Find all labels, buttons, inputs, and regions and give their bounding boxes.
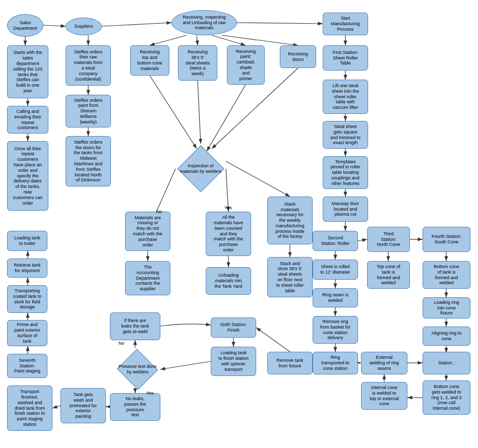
node-fourth_station_south_cone: Fourth Station: South Cone <box>423 227 470 252</box>
node-ring_seam_welded: Ring seam is welded <box>313 288 358 307</box>
node-loading_tank_trailer: Loading tank to trailer <box>7 231 47 251</box>
node-retrieve_tank: Retrieve tank for shipment <box>7 259 47 278</box>
svg-line-11 <box>197 35 198 45</box>
node-steffes_orders_doors: Steffes orders the doors for the tanks f… <box>66 136 111 186</box>
arrow-label: No <box>156 209 162 214</box>
node-receiving_38x5: Receiving 38'x 5' steal sheets (twice a … <box>178 45 217 81</box>
node-second_station_roller: Second Station: Roller <box>313 231 358 251</box>
svg-line-1 <box>43 25 66 26</box>
node-inspection_diamond: Inspection of materials by welders <box>175 144 226 194</box>
svg-line-16 <box>207 85 246 151</box>
node-starts_with_sales: Starts with the sales department selling… <box>7 45 48 98</box>
node-sixth_station_finish: Sixth Station: Finish <box>211 317 256 338</box>
svg-line-3 <box>237 23 323 24</box>
node-lift_steal_sheet: Lift one steal sheet into the sheet roll… <box>323 80 368 114</box>
node-no_leaks_passes: No leaks, passes the pressure test <box>110 393 160 421</box>
node-ring_transported: Ring transported to cone station <box>313 352 358 374</box>
arrow-label: Yes <box>146 391 154 396</box>
svg-line-48 <box>160 361 211 369</box>
node-transport_finished: Transport finished, washed and dried tan… <box>7 386 52 431</box>
node-sales_dept: Sales Department <box>7 14 43 37</box>
node-bottom_cone_welded: Bottom cone gets welded to ring 1, 2, an… <box>423 380 470 415</box>
svg-line-2 <box>102 23 171 26</box>
node-sheet_rolled_12: Sheet is rolled to 12' diameter <box>313 260 358 280</box>
node-receiving_doors: Receiving doors <box>280 45 316 68</box>
arrow-label: Yes <box>224 205 232 210</box>
node-steal_sheet_square: Steal sheet gets square and trimmed to e… <box>323 121 368 149</box>
node-first_station: First Station: Sheet Roller Table <box>323 45 368 71</box>
node-receiving_paint: Receiving paint: carlsbad, shade and pri… <box>227 45 265 85</box>
node-receiving_inspect: Receiving, Inspecting and Unloading of r… <box>171 10 237 35</box>
node-remove_tank_fixture: Remove tank from fixture <box>267 352 313 374</box>
node-all_materials_counted: All the materials have been counted and … <box>206 212 251 256</box>
node-bottom_cone_formed: Bottom cone of tank is formed and welded <box>423 261 470 289</box>
svg-line-46 <box>256 328 290 352</box>
node-tank_gets_wash: Tank gets wash and pretreated for exteri… <box>61 388 106 423</box>
node-external_welding: External welding of ring seams <box>361 352 407 374</box>
node-calling_emailing: Calling and emailing their repeat custom… <box>7 106 48 134</box>
node-templates_pinned: Templates pinned to roller table locatin… <box>323 156 368 189</box>
node-steffes_orders_paint: Steffes orders paint from Sherwin Willia… <box>66 95 111 127</box>
node-materials_missing: Materials are missing or they do not mat… <box>125 212 170 251</box>
svg-line-13 <box>222 35 298 45</box>
svg-line-52 <box>52 406 61 408</box>
node-remove_ring_basket: Remove ring from basket for cone station… <box>313 316 358 344</box>
svg-line-42 <box>226 161 290 197</box>
node-internal_cone_welded: Internal cone is welded to top or extern… <box>361 382 407 410</box>
node-suppliers: Suppliers <box>66 18 102 35</box>
node-start_mfg: Start Manufacturing Process <box>323 13 368 35</box>
flowchart-container: Sales DepartmentSuppliersReceiving, Insp… <box>0 0 478 448</box>
svg-line-15 <box>198 81 201 144</box>
node-steffes_orders_raw: Steffes orders their raw materials from … <box>66 45 111 86</box>
node-once_all_repeat: Once all their repeat customers have pla… <box>7 141 48 211</box>
node-pressure_test_diamond: Pressure test done by welders <box>115 348 160 391</box>
node-top_cone_formed: Top cone of tank is formed and welded <box>367 261 410 289</box>
node-accounting_dept: The Accounting Department contacts the s… <box>125 261 170 295</box>
svg-line-12 <box>212 35 246 45</box>
node-unloading_materials: Unloading materials into the Tank Yard <box>206 267 251 295</box>
svg-line-24 <box>358 239 367 241</box>
node-transporting_coated: Transporting coated tank to stork for fi… <box>7 285 47 313</box>
node-loading_tank_finish: Loading tank to finish station with spin… <box>211 347 256 376</box>
node-station_semicolon: Station ; <box>423 352 470 374</box>
svg-line-10 <box>150 35 187 45</box>
node-manway_door: Manway door located and plasma cut <box>323 197 368 222</box>
node-prime_paint: Prime and paint exterior surface of tank <box>7 320 47 346</box>
node-stack_materials: Stack materials necessary for the weekly… <box>267 197 313 244</box>
node-if_leaks_reweld: If there are leaks the tank gets re-weld <box>110 312 160 340</box>
node-seventh_station_paint: Seventh Station: Paint staging <box>7 354 47 378</box>
node-third_station_north_cone: Third Station: North Cone <box>367 227 410 252</box>
node-loading_ring_cone: Loading ring into cone fixture <box>423 297 470 318</box>
node-receiving_top_bottom: Receiving top and bottom cone materials <box>130 45 169 76</box>
node-stack_store_38x5: Stack and store 38'x 5' steal sheets on … <box>267 257 313 297</box>
node-aligning_ring_cone: Aligning ring to cone <box>423 327 470 346</box>
svg-line-14 <box>150 76 197 149</box>
arrow-label: No <box>118 341 125 346</box>
